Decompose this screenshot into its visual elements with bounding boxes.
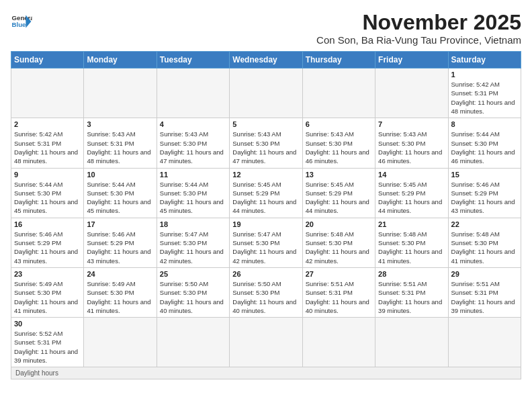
day-sun-info: Sunrise: 5:48 AMSunset: 5:30 PMDaylight:… <box>378 230 445 265</box>
calendar-cell: 21Sunrise: 5:48 AMSunset: 5:30 PMDayligh… <box>375 218 448 267</box>
calendar-cell <box>157 68 229 118</box>
month-title: November 2025 <box>316 11 521 34</box>
calendar-week-row: 16Sunrise: 5:46 AMSunset: 5:29 PMDayligh… <box>11 218 521 267</box>
day-number: 22 <box>451 220 518 228</box>
calendar-cell: 29Sunrise: 5:51 AMSunset: 5:31 PMDayligh… <box>448 267 521 317</box>
page-header: General Blue November 2025 Con Son, Ba R… <box>11 11 521 46</box>
calendar-cell: 8Sunrise: 5:44 AMSunset: 5:30 PMDaylight… <box>448 118 521 168</box>
day-sun-info: Sunrise: 5:45 AMSunset: 5:29 PMDaylight:… <box>306 180 372 216</box>
calendar-cell: 17Sunrise: 5:46 AMSunset: 5:29 PMDayligh… <box>84 218 157 267</box>
day-sun-info: Sunrise: 5:43 AMSunset: 5:30 PMDaylight:… <box>306 130 372 165</box>
day-sun-info: Sunrise: 5:45 AMSunset: 5:29 PMDaylight:… <box>232 180 299 216</box>
calendar-cell <box>375 68 448 118</box>
day-number: 11 <box>160 171 226 179</box>
day-number: 20 <box>306 220 372 228</box>
weekday-header-friday: Friday <box>375 52 448 68</box>
calendar-cell: 18Sunrise: 5:47 AMSunset: 5:30 PMDayligh… <box>157 218 229 267</box>
footer-row: Daylight hours <box>11 367 521 379</box>
day-sun-info: Sunrise: 5:43 AMSunset: 5:30 PMDaylight:… <box>160 130 226 165</box>
day-number: 27 <box>306 270 372 278</box>
calendar-cell: 2Sunrise: 5:42 AMSunset: 5:31 PMDaylight… <box>11 118 84 168</box>
day-sun-info: Sunrise: 5:49 AMSunset: 5:30 PMDaylight:… <box>87 279 153 315</box>
day-number: 9 <box>14 171 81 179</box>
day-sun-info: Sunrise: 5:47 AMSunset: 5:30 PMDaylight:… <box>232 230 299 265</box>
day-sun-info: Sunrise: 5:44 AMSunset: 5:30 PMDaylight:… <box>14 180 81 216</box>
day-number: 7 <box>378 120 445 128</box>
calendar-cell <box>375 318 448 367</box>
day-number: 28 <box>378 270 445 278</box>
calendar-cell: 24Sunrise: 5:49 AMSunset: 5:30 PMDayligh… <box>84 267 157 317</box>
day-sun-info: Sunrise: 5:49 AMSunset: 5:30 PMDaylight:… <box>14 279 81 315</box>
day-sun-info: Sunrise: 5:46 AMSunset: 5:29 PMDaylight:… <box>87 230 153 265</box>
day-number: 24 <box>87 270 153 278</box>
calendar-table: SundayMondayTuesdayWednesdayThursdayFrid… <box>11 51 521 379</box>
calendar-cell: 1Sunrise: 5:42 AMSunset: 5:31 PMDaylight… <box>448 68 521 118</box>
title-area: November 2025 Con Son, Ba Ria-Vung Tau P… <box>316 11 521 46</box>
calendar-cell: 6Sunrise: 5:43 AMSunset: 5:30 PMDaylight… <box>302 118 375 168</box>
calendar-cell <box>157 318 229 367</box>
weekday-header-monday: Monday <box>84 52 157 68</box>
day-number: 19 <box>232 220 299 228</box>
calendar-cell: 30Sunrise: 5:52 AMSunset: 5:31 PMDayligh… <box>11 318 84 367</box>
weekday-header-saturday: Saturday <box>448 52 521 68</box>
day-sun-info: Sunrise: 5:43 AMSunset: 5:31 PMDaylight:… <box>87 130 153 165</box>
day-number: 8 <box>451 120 518 128</box>
calendar-cell: 4Sunrise: 5:43 AMSunset: 5:30 PMDaylight… <box>157 118 229 168</box>
day-number: 18 <box>160 220 226 228</box>
day-number: 23 <box>14 270 81 278</box>
calendar-cell: 25Sunrise: 5:50 AMSunset: 5:30 PMDayligh… <box>157 267 229 317</box>
calendar-cell: 23Sunrise: 5:49 AMSunset: 5:30 PMDayligh… <box>11 267 84 317</box>
calendar-cell <box>448 318 521 367</box>
day-number: 12 <box>232 171 299 179</box>
day-sun-info: Sunrise: 5:46 AMSunset: 5:29 PMDaylight:… <box>14 230 81 265</box>
day-number: 14 <box>378 171 445 179</box>
calendar-week-row: 23Sunrise: 5:49 AMSunset: 5:30 PMDayligh… <box>11 267 521 317</box>
calendar-cell: 11Sunrise: 5:44 AMSunset: 5:30 PMDayligh… <box>157 168 229 218</box>
calendar-week-row: 1Sunrise: 5:42 AMSunset: 5:31 PMDaylight… <box>11 68 521 118</box>
calendar-cell: 14Sunrise: 5:45 AMSunset: 5:29 PMDayligh… <box>375 168 448 218</box>
day-number: 15 <box>451 171 518 179</box>
day-sun-info: Sunrise: 5:42 AMSunset: 5:31 PMDaylight:… <box>451 80 518 116</box>
weekday-header-sunday: Sunday <box>11 52 84 68</box>
day-number: 17 <box>87 220 153 228</box>
day-number: 21 <box>378 220 445 228</box>
calendar-cell <box>230 318 302 367</box>
calendar-cell <box>84 318 157 367</box>
day-sun-info: Sunrise: 5:46 AMSunset: 5:29 PMDaylight:… <box>451 180 518 216</box>
day-number: 30 <box>14 320 81 328</box>
calendar-cell: 22Sunrise: 5:48 AMSunset: 5:30 PMDayligh… <box>448 218 521 267</box>
calendar-cell: 9Sunrise: 5:44 AMSunset: 5:30 PMDaylight… <box>11 168 84 218</box>
calendar-cell: 16Sunrise: 5:46 AMSunset: 5:29 PMDayligh… <box>11 218 84 267</box>
day-sun-info: Sunrise: 5:50 AMSunset: 5:30 PMDaylight:… <box>160 279 226 315</box>
calendar-cell <box>84 68 157 118</box>
calendar-cell: 19Sunrise: 5:47 AMSunset: 5:30 PMDayligh… <box>230 218 302 267</box>
weekday-header-row: SundayMondayTuesdayWednesdayThursdayFrid… <box>11 52 521 68</box>
day-number: 4 <box>160 120 226 128</box>
day-sun-info: Sunrise: 5:43 AMSunset: 5:30 PMDaylight:… <box>232 130 299 165</box>
calendar-week-row: 9Sunrise: 5:44 AMSunset: 5:30 PMDaylight… <box>11 168 521 218</box>
calendar-cell: 3Sunrise: 5:43 AMSunset: 5:31 PMDaylight… <box>84 118 157 168</box>
calendar-cell <box>302 318 375 367</box>
logo: General Blue <box>11 11 32 32</box>
day-sun-info: Sunrise: 5:48 AMSunset: 5:30 PMDaylight:… <box>306 230 372 265</box>
day-number: 5 <box>232 120 299 128</box>
day-number: 29 <box>451 270 518 278</box>
day-number: 2 <box>14 120 81 128</box>
calendar-cell: 20Sunrise: 5:48 AMSunset: 5:30 PMDayligh… <box>302 218 375 267</box>
day-sun-info: Sunrise: 5:47 AMSunset: 5:30 PMDaylight:… <box>160 230 226 265</box>
day-number: 3 <box>87 120 153 128</box>
day-sun-info: Sunrise: 5:42 AMSunset: 5:31 PMDaylight:… <box>14 130 81 165</box>
calendar-cell: 28Sunrise: 5:51 AMSunset: 5:31 PMDayligh… <box>375 267 448 317</box>
footer-cell: Daylight hours <box>11 367 521 379</box>
calendar-cell: 15Sunrise: 5:46 AMSunset: 5:29 PMDayligh… <box>448 168 521 218</box>
logo-icon: General Blue <box>11 11 32 32</box>
day-sun-info: Sunrise: 5:52 AMSunset: 5:31 PMDaylight:… <box>14 329 81 365</box>
day-sun-info: Sunrise: 5:51 AMSunset: 5:31 PMDaylight:… <box>306 279 372 315</box>
calendar-week-row: 2Sunrise: 5:42 AMSunset: 5:31 PMDaylight… <box>11 118 521 168</box>
location-title: Con Son, Ba Ria-Vung Tau Province, Vietn… <box>316 34 521 46</box>
day-number: 16 <box>14 220 81 228</box>
calendar-cell: 27Sunrise: 5:51 AMSunset: 5:31 PMDayligh… <box>302 267 375 317</box>
calendar-cell: 13Sunrise: 5:45 AMSunset: 5:29 PMDayligh… <box>302 168 375 218</box>
day-number: 10 <box>87 171 153 179</box>
svg-text:Blue: Blue <box>12 21 26 28</box>
